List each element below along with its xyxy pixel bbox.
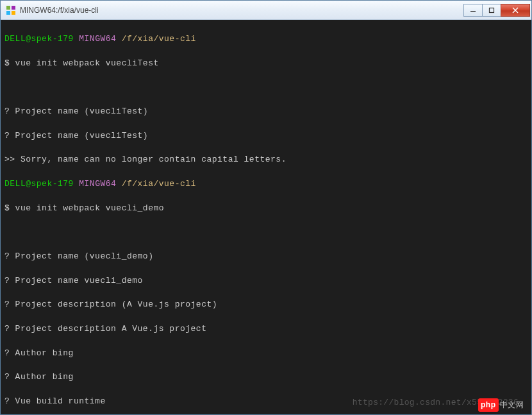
prompt-user: DELL@spek-179 <box>4 34 74 44</box>
command-text: vue init webpack vuecli_demo <box>15 203 164 213</box>
output-line: ? Author bing <box>4 348 528 360</box>
svg-rect-1 <box>12 6 15 10</box>
source-badge: php 中文网 <box>478 398 524 412</box>
prompt-path: /f/xia/vue-cli <box>122 34 196 44</box>
output-line: ? Project name (vuecliTest) <box>4 130 528 142</box>
prompt-line: DELL@spek-179 MINGW64 /f/xia/vue-cli <box>4 178 528 191</box>
command-text: vue init webpack vuecliTest <box>15 58 159 68</box>
svg-rect-2 <box>6 11 10 15</box>
prompt-path: /f/xia/vue-cli <box>122 179 196 189</box>
output-line: ? Project description (A Vue.js project) <box>4 299 528 311</box>
blank-line <box>4 226 528 239</box>
maximize-button[interactable] <box>482 4 501 17</box>
output-line: ? Author bing <box>4 371 528 384</box>
prompt-sigil: $ <box>4 203 15 213</box>
svg-rect-5 <box>490 8 494 12</box>
badge-php: php <box>478 398 499 412</box>
svg-rect-0 <box>6 6 10 10</box>
badge-cn: 中文网 <box>500 400 524 411</box>
window-title: MINGW64:/f/xia/vue-cli <box>20 6 464 15</box>
output-line: ? Project name (vuecli_demo) <box>4 251 528 263</box>
prompt-line: DELL@spek-179 MINGW64 /f/xia/vue-cli <box>4 33 528 46</box>
terminal-body[interactable]: DELL@spek-179 MINGW64 /f/xia/vue-cli $ v… <box>1 20 531 414</box>
command-line: $ vue init webpack vuecli_demo <box>4 203 528 215</box>
output-line: ? Project description A Vue.js project <box>4 323 528 335</box>
titlebar[interactable]: MINGW64:/f/xia/vue-cli <box>1 1 531 20</box>
blank-line <box>4 81 528 94</box>
command-line: $ vue init webpack vuecliTest <box>4 58 528 70</box>
terminal-window: MINGW64:/f/xia/vue-cli DELL@spek-179 MIN… <box>0 0 532 415</box>
window-controls <box>464 4 530 17</box>
prompt-user: DELL@spek-179 <box>4 179 74 189</box>
minimize-button[interactable] <box>463 4 483 17</box>
prompt-sigil: $ <box>4 58 15 68</box>
output-line: ? Project name (vuecliTest) <box>4 106 528 118</box>
svg-rect-3 <box>12 11 15 15</box>
app-icon <box>6 5 16 15</box>
output-error: >> Sorry, name can no longer contain cap… <box>4 154 528 166</box>
prompt-env: MINGW64 <box>79 34 116 44</box>
prompt-env: MINGW64 <box>79 179 116 189</box>
output-line: ? Project name vuecli_demo <box>4 275 528 287</box>
close-button[interactable] <box>501 4 530 17</box>
